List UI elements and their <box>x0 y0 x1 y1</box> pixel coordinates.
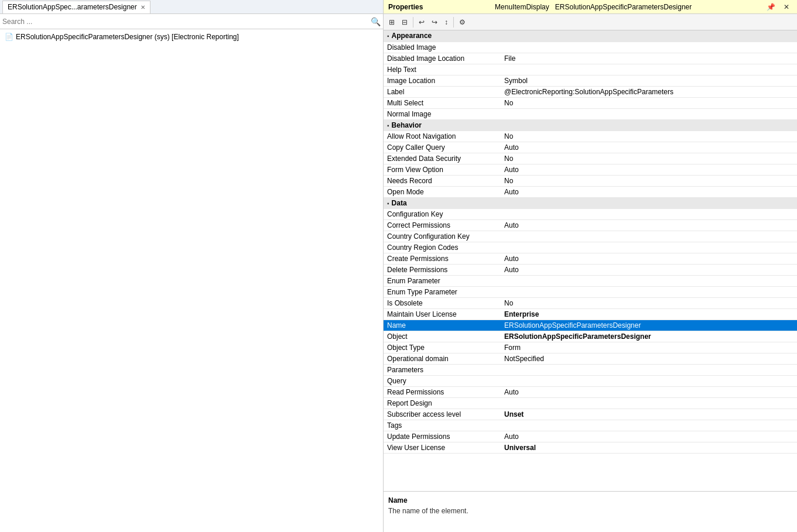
table-row[interactable]: Delete PermissionsAuto <box>384 264 797 275</box>
prop-value-cell: Auto <box>501 142 797 153</box>
table-row[interactable]: Enum Type Parameter <box>384 286 797 297</box>
header-controls: 📌 ✕ <box>764 1 792 13</box>
search-button[interactable]: 🔍 <box>371 17 381 26</box>
table-row[interactable]: Image LocationSymbol <box>384 75 797 86</box>
table-row[interactable]: Tags <box>384 420 797 431</box>
table-row[interactable]: Is ObsoleteNo <box>384 297 797 308</box>
section-name: Appearance <box>392 32 432 40</box>
left-panel: ERSolutionAppSpec...arametersDesigner ✕ … <box>0 0 384 532</box>
section-toggle-icon[interactable]: ▪ <box>387 200 389 207</box>
table-row[interactable]: Open ModeAuto <box>384 186 797 197</box>
table-row[interactable]: Country Configuration Key <box>384 231 797 242</box>
prop-value-cell <box>501 286 797 297</box>
table-row[interactable]: Subscriber access levelUnset <box>384 409 797 420</box>
prop-name-cell: Configuration Key <box>384 208 501 219</box>
prop-name-cell: Enum Parameter <box>384 275 501 286</box>
prop-value-cell: Auto <box>501 219 797 231</box>
table-row[interactable]: Normal Image <box>384 108 797 119</box>
prop-value-cell: No <box>501 297 797 308</box>
prop-name-cell: Normal Image <box>384 108 501 119</box>
prop-name-cell: Object <box>384 331 501 342</box>
table-row[interactable]: Enum Parameter <box>384 275 797 286</box>
prop-value-cell <box>501 242 797 253</box>
table-row[interactable]: Configuration Key <box>384 208 797 219</box>
table-row[interactable]: Needs RecordNo <box>384 175 797 186</box>
close-header-button[interactable]: ✕ <box>781 1 792 13</box>
forward-button[interactable]: ↪ <box>429 16 440 28</box>
table-row[interactable]: Report Design <box>384 397 797 409</box>
back-button[interactable]: ↩ <box>416 16 427 28</box>
prop-name-cell: Object Type <box>384 342 501 353</box>
table-row[interactable]: Help Text <box>384 64 797 75</box>
search-input[interactable] <box>2 18 371 26</box>
table-row[interactable]: Update PermissionsAuto <box>384 431 797 442</box>
prop-value-cell: NotSpecified <box>501 353 797 364</box>
prop-value-cell: Enterprise <box>501 308 797 320</box>
prop-name-cell: Create Permissions <box>384 253 501 264</box>
table-row[interactable]: Form View OptionAuto <box>384 164 797 175</box>
table-row[interactable]: NameERSolutionAppSpecificParametersDesig… <box>384 320 797 331</box>
prop-value-cell <box>501 231 797 242</box>
prop-name-cell: Parameters <box>384 364 501 375</box>
table-row[interactable]: Disabled Image <box>384 42 797 53</box>
table-row[interactable]: Label@ElectronicReporting:SolutionAppSpe… <box>384 86 797 97</box>
prop-name-cell: Image Location <box>384 75 501 86</box>
prop-value-cell: Auto <box>501 164 797 175</box>
alphabetical-view-button[interactable]: ⊟ <box>399 16 411 28</box>
prop-value-cell: Auto <box>501 186 797 197</box>
prop-name-cell: Form View Option <box>384 164 501 175</box>
prop-name-cell: Label <box>384 86 501 97</box>
prop-value-cell <box>501 397 797 409</box>
prop-value-cell <box>501 42 797 53</box>
table-row[interactable]: ObjectERSolutionAppSpecificParametersDes… <box>384 331 797 342</box>
sort-button[interactable]: ↕ <box>442 16 451 28</box>
table-row[interactable]: Read PermissionsAuto <box>384 386 797 397</box>
settings-button[interactable]: ⚙ <box>456 16 468 28</box>
prop-name-cell: Report Design <box>384 397 501 409</box>
prop-value-cell: Auto <box>501 431 797 442</box>
table-row[interactable]: Correct PermissionsAuto <box>384 219 797 231</box>
prop-value-cell: Auto <box>501 386 797 397</box>
table-row[interactable]: Parameters <box>384 364 797 375</box>
prop-name-cell: Open Mode <box>384 186 501 197</box>
prop-name-cell: Maintain User License <box>384 308 501 320</box>
tree-item[interactable]: 📄 ERSolutionAppSpecificParametersDesigne… <box>2 32 381 42</box>
prop-value-cell: Universal <box>501 442 797 453</box>
properties-header: Properties MenuItemDisplay ERSolutionApp… <box>384 0 797 14</box>
prop-value-cell: Auto <box>501 253 797 264</box>
properties-table: ▪AppearanceDisabled ImageDisabled Image … <box>384 30 797 454</box>
prop-value-cell <box>501 375 797 386</box>
tab-close-icon[interactable]: ✕ <box>141 4 145 11</box>
table-row[interactable]: Create PermissionsAuto <box>384 253 797 264</box>
table-row[interactable]: Country Region Codes <box>384 242 797 253</box>
table-row[interactable]: Query <box>384 375 797 386</box>
section-header: ▪Data <box>384 197 797 208</box>
section-name: Behavior <box>392 121 422 129</box>
prop-name-cell: Read Permissions <box>384 386 501 397</box>
table-row[interactable]: Operational domainNotSpecified <box>384 353 797 364</box>
prop-value-cell <box>501 208 797 219</box>
table-row[interactable]: View User LicenseUniversal <box>384 442 797 453</box>
prop-value-cell: ERSolutionAppSpecificParametersDesigner <box>501 320 797 331</box>
properties-title: Properties <box>388 3 423 11</box>
toolbar-separator-2 <box>453 17 454 28</box>
prop-value-cell: ERSolutionAppSpecificParametersDesigner <box>501 331 797 342</box>
section-toggle-icon[interactable]: ▪ <box>387 122 389 129</box>
table-row[interactable]: Maintain User LicenseEnterprise <box>384 308 797 320</box>
prop-value-cell <box>501 108 797 119</box>
prop-value-cell: File <box>501 53 797 64</box>
section-toggle-icon[interactable]: ▪ <box>387 33 389 39</box>
table-row[interactable]: Allow Root NavigationNo <box>384 131 797 142</box>
prop-value-cell: Form <box>501 342 797 353</box>
prop-value-cell <box>501 364 797 375</box>
main-tab[interactable]: ERSolutionAppSpec...arametersDesigner ✕ <box>2 1 150 13</box>
table-row[interactable]: Object TypeForm <box>384 342 797 353</box>
table-row[interactable]: Copy Caller QueryAuto <box>384 142 797 153</box>
table-row[interactable]: Disabled Image LocationFile <box>384 53 797 64</box>
prop-name-cell: Name <box>384 320 501 331</box>
categorized-view-button[interactable]: ⊞ <box>386 16 398 28</box>
properties-content: ▪AppearanceDisabled ImageDisabled Image … <box>384 30 797 491</box>
table-row[interactable]: Multi SelectNo <box>384 97 797 108</box>
pin-button[interactable]: 📌 <box>764 1 778 13</box>
table-row[interactable]: Extended Data SecurityNo <box>384 153 797 164</box>
